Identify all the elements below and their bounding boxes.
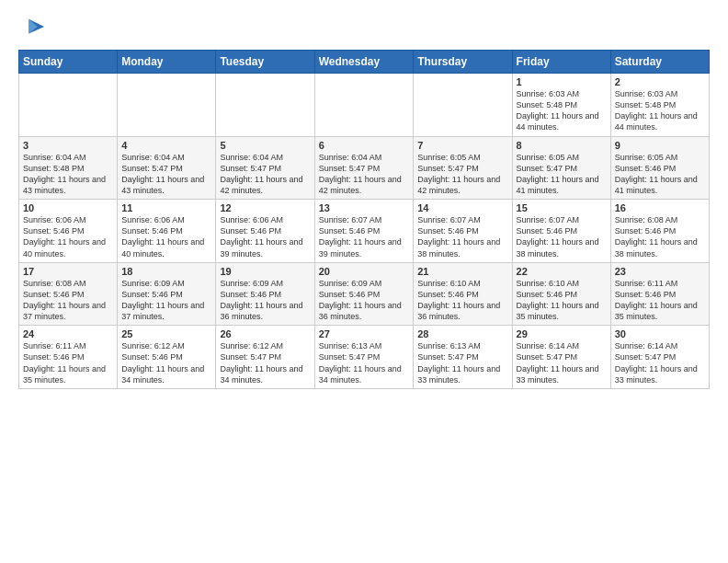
day-cell	[414, 74, 512, 137]
day-number: 17	[23, 266, 113, 277]
day-number: 6	[319, 140, 410, 151]
day-cell: 25Sunrise: 6:12 AM Sunset: 5:46 PM Dayli…	[118, 326, 216, 389]
logo-text	[18, 15, 46, 40]
day-number: 27	[319, 328, 410, 339]
weekday-header-thursday: Thursday	[414, 51, 512, 74]
day-info: Sunrise: 6:09 AM Sunset: 5:46 PM Dayligh…	[319, 278, 410, 323]
day-info: Sunrise: 6:05 AM Sunset: 5:47 PM Dayligh…	[417, 152, 507, 197]
day-number: 18	[121, 266, 211, 277]
day-cell: 10Sunrise: 6:06 AM Sunset: 5:46 PM Dayli…	[19, 200, 118, 263]
week-row-3: 10Sunrise: 6:06 AM Sunset: 5:46 PM Dayli…	[19, 200, 710, 263]
day-cell: 17Sunrise: 6:08 AM Sunset: 5:46 PM Dayli…	[19, 262, 118, 326]
day-cell: 5Sunrise: 6:04 AM Sunset: 5:47 PM Daylig…	[216, 136, 314, 200]
day-cell: 1Sunrise: 6:03 AM Sunset: 5:48 PM Daylig…	[512, 74, 610, 137]
day-cell: 4Sunrise: 6:04 AM Sunset: 5:47 PM Daylig…	[118, 136, 216, 200]
day-info: Sunrise: 6:09 AM Sunset: 5:46 PM Dayligh…	[121, 278, 211, 323]
week-row-4: 17Sunrise: 6:08 AM Sunset: 5:46 PM Dayli…	[19, 262, 710, 326]
day-info: Sunrise: 6:13 AM Sunset: 5:47 PM Dayligh…	[417, 340, 507, 385]
day-info: Sunrise: 6:04 AM Sunset: 5:47 PM Dayligh…	[319, 152, 410, 197]
weekday-header-friday: Friday	[512, 51, 610, 74]
day-number: 26	[220, 328, 310, 339]
day-info: Sunrise: 6:03 AM Sunset: 5:48 PM Dayligh…	[615, 88, 705, 133]
day-cell: 16Sunrise: 6:08 AM Sunset: 5:46 PM Dayli…	[610, 200, 709, 263]
day-cell: 26Sunrise: 6:12 AM Sunset: 5:47 PM Dayli…	[216, 326, 314, 389]
day-cell: 6Sunrise: 6:04 AM Sunset: 5:47 PM Daylig…	[314, 136, 414, 200]
day-cell	[19, 74, 118, 137]
day-number: 10	[23, 202, 113, 213]
day-number: 29	[517, 328, 607, 339]
day-cell: 3Sunrise: 6:04 AM Sunset: 5:48 PM Daylig…	[19, 136, 118, 200]
day-cell: 24Sunrise: 6:11 AM Sunset: 5:46 PM Dayli…	[19, 326, 118, 389]
day-info: Sunrise: 6:08 AM Sunset: 5:46 PM Dayligh…	[615, 214, 705, 259]
weekday-header-sunday: Sunday	[19, 51, 118, 74]
day-number: 21	[417, 266, 507, 277]
day-number: 13	[319, 202, 410, 213]
day-info: Sunrise: 6:10 AM Sunset: 5:46 PM Dayligh…	[417, 278, 507, 323]
day-info: Sunrise: 6:13 AM Sunset: 5:47 PM Dayligh…	[319, 340, 410, 385]
day-info: Sunrise: 6:11 AM Sunset: 5:46 PM Dayligh…	[23, 340, 113, 385]
day-number: 24	[23, 328, 113, 339]
day-info: Sunrise: 6:07 AM Sunset: 5:46 PM Dayligh…	[417, 214, 507, 259]
day-number: 14	[417, 202, 507, 213]
day-number: 1	[517, 76, 607, 87]
week-row-5: 24Sunrise: 6:11 AM Sunset: 5:46 PM Dayli…	[19, 326, 710, 389]
day-number: 15	[517, 202, 607, 213]
day-cell: 15Sunrise: 6:07 AM Sunset: 5:46 PM Dayli…	[512, 200, 610, 263]
day-info: Sunrise: 6:06 AM Sunset: 5:46 PM Dayligh…	[23, 214, 113, 259]
day-cell: 12Sunrise: 6:06 AM Sunset: 5:46 PM Dayli…	[216, 200, 314, 263]
day-cell: 7Sunrise: 6:05 AM Sunset: 5:47 PM Daylig…	[414, 136, 512, 200]
day-number: 2	[615, 76, 705, 87]
day-cell: 20Sunrise: 6:09 AM Sunset: 5:46 PM Dayli…	[314, 262, 414, 326]
day-number: 8	[517, 140, 607, 151]
day-info: Sunrise: 6:04 AM Sunset: 5:47 PM Dayligh…	[220, 152, 310, 197]
day-cell: 2Sunrise: 6:03 AM Sunset: 5:48 PM Daylig…	[610, 74, 709, 137]
day-number: 12	[220, 202, 310, 213]
header	[18, 15, 710, 40]
day-cell: 8Sunrise: 6:05 AM Sunset: 5:47 PM Daylig…	[512, 136, 610, 200]
day-cell: 13Sunrise: 6:07 AM Sunset: 5:46 PM Dayli…	[314, 200, 414, 263]
weekday-header-tuesday: Tuesday	[216, 51, 314, 74]
day-number: 22	[517, 266, 607, 277]
weekday-header-monday: Monday	[118, 51, 216, 74]
weekday-header-saturday: Saturday	[610, 51, 709, 74]
logo-icon	[20, 15, 46, 40]
day-cell: 11Sunrise: 6:06 AM Sunset: 5:46 PM Dayli…	[118, 200, 216, 263]
day-number: 20	[319, 266, 410, 277]
day-cell	[314, 74, 414, 137]
day-number: 5	[220, 140, 310, 151]
day-info: Sunrise: 6:03 AM Sunset: 5:48 PM Dayligh…	[517, 88, 607, 133]
day-info: Sunrise: 6:10 AM Sunset: 5:46 PM Dayligh…	[517, 278, 607, 323]
day-cell: 19Sunrise: 6:09 AM Sunset: 5:46 PM Dayli…	[216, 262, 314, 326]
day-info: Sunrise: 6:04 AM Sunset: 5:48 PM Dayligh…	[23, 152, 113, 197]
day-info: Sunrise: 6:08 AM Sunset: 5:46 PM Dayligh…	[23, 278, 113, 323]
day-cell: 18Sunrise: 6:09 AM Sunset: 5:46 PM Dayli…	[118, 262, 216, 326]
day-number: 3	[23, 140, 113, 151]
day-info: Sunrise: 6:14 AM Sunset: 5:47 PM Dayligh…	[615, 340, 705, 385]
weekday-header-wednesday: Wednesday	[314, 51, 414, 74]
day-info: Sunrise: 6:12 AM Sunset: 5:47 PM Dayligh…	[220, 340, 310, 385]
day-cell: 14Sunrise: 6:07 AM Sunset: 5:46 PM Dayli…	[414, 200, 512, 263]
day-cell: 30Sunrise: 6:14 AM Sunset: 5:47 PM Dayli…	[610, 326, 709, 389]
day-number: 19	[220, 266, 310, 277]
day-cell: 22Sunrise: 6:10 AM Sunset: 5:46 PM Dayli…	[512, 262, 610, 326]
day-number: 7	[417, 140, 507, 151]
day-number: 30	[615, 328, 705, 339]
day-cell	[216, 74, 314, 137]
day-info: Sunrise: 6:07 AM Sunset: 5:46 PM Dayligh…	[517, 214, 607, 259]
day-cell	[118, 74, 216, 137]
logo-area	[18, 15, 46, 40]
day-number: 23	[615, 266, 705, 277]
day-info: Sunrise: 6:07 AM Sunset: 5:46 PM Dayligh…	[319, 214, 410, 259]
day-info: Sunrise: 6:11 AM Sunset: 5:46 PM Dayligh…	[615, 278, 705, 323]
day-info: Sunrise: 6:05 AM Sunset: 5:47 PM Dayligh…	[517, 152, 607, 197]
day-info: Sunrise: 6:05 AM Sunset: 5:46 PM Dayligh…	[615, 152, 705, 197]
page: SundayMondayTuesdayWednesdayThursdayFrid…	[0, 0, 728, 398]
day-cell: 27Sunrise: 6:13 AM Sunset: 5:47 PM Dayli…	[314, 326, 414, 389]
day-cell: 9Sunrise: 6:05 AM Sunset: 5:46 PM Daylig…	[610, 136, 709, 200]
weekday-header-row: SundayMondayTuesdayWednesdayThursdayFrid…	[19, 51, 710, 74]
day-number: 11	[121, 202, 211, 213]
calendar: SundayMondayTuesdayWednesdayThursdayFrid…	[18, 50, 710, 389]
day-cell: 28Sunrise: 6:13 AM Sunset: 5:47 PM Dayli…	[414, 326, 512, 389]
day-number: 9	[615, 140, 705, 151]
week-row-2: 3Sunrise: 6:04 AM Sunset: 5:48 PM Daylig…	[19, 136, 710, 200]
